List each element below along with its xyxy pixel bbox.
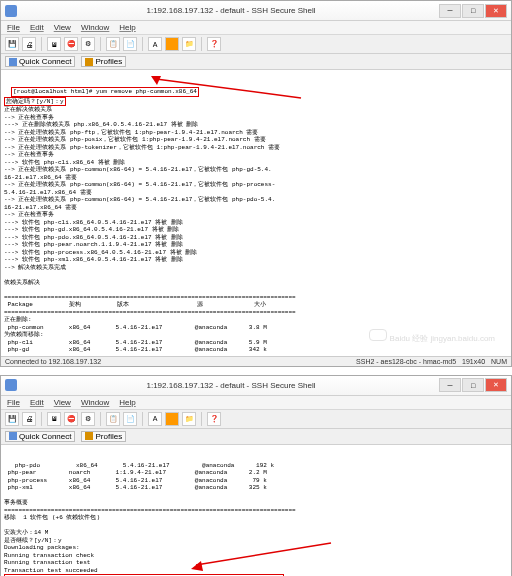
disconnect-icon[interactable]: ⛔	[64, 412, 78, 426]
titlebar[interactable]: 1:192.168.197.132 - default - SSH Secure…	[1, 1, 511, 21]
red-arrow	[191, 541, 341, 571]
menu-view[interactable]: View	[54, 23, 71, 32]
svg-marker-3	[191, 561, 203, 571]
menubar: File Edit View Window Help	[1, 21, 511, 35]
folder-icon[interactable]: 📁	[182, 412, 196, 426]
quick-row: Quick Connect Profiles	[1, 429, 511, 445]
profiles-button[interactable]: Profiles	[81, 56, 126, 67]
print-icon[interactable]: 🖨	[22, 412, 36, 426]
ssh-window-1: 1:192.168.197.132 - default - SSH Secure…	[0, 0, 512, 367]
folder-icon[interactable]: 📁	[182, 37, 196, 51]
help-icon[interactable]: ❓	[207, 37, 221, 51]
connect-icon	[9, 58, 17, 66]
app-icon	[5, 5, 17, 17]
svg-line-2	[196, 543, 331, 565]
font-a-icon[interactable]: A	[148, 412, 162, 426]
quick-connect-button[interactable]: Quick Connect	[5, 431, 75, 442]
menu-edit[interactable]: Edit	[30, 398, 44, 407]
svg-marker-1	[151, 76, 161, 85]
computer-icon[interactable]: 🖥	[47, 37, 61, 51]
minimize-button[interactable]: ─	[439, 378, 461, 392]
menu-view[interactable]: View	[54, 398, 71, 407]
quick-connect-button[interactable]: Quick Connect	[5, 56, 75, 67]
ssh-window-2: 1:192.168.197.132 - default - SSH Secure…	[0, 375, 512, 577]
terminal-2[interactable]: php-pdo x86_64 5.4.16-21.el7 @anaconda 1…	[1, 445, 511, 577]
status-size: 191x40	[462, 358, 485, 365]
settings-icon[interactable]: ⚙	[81, 37, 95, 51]
status-cipher: SSH2 - aes128-cbc - hmac-md5	[356, 358, 456, 365]
profiles-button[interactable]: Profiles	[81, 431, 126, 442]
copy-icon[interactable]: 📋	[106, 37, 120, 51]
color-icon[interactable]	[165, 412, 179, 426]
computer-icon[interactable]: 🖥	[47, 412, 61, 426]
menu-window[interactable]: Window	[81, 398, 109, 407]
paste-icon[interactable]: 📄	[123, 37, 137, 51]
terminal-1[interactable]: [root@localhost html]# yum remove php-co…	[1, 70, 511, 356]
menubar: File Edit View Window Help	[1, 396, 511, 410]
quick-row: Quick Connect Profiles	[1, 54, 511, 70]
toolbar: 💾 🖨 🖥 ⛔ ⚙ 📋 📄 A 📁 ❓	[1, 410, 511, 429]
toolbar: 💾 🖨 🖥 ⛔ ⚙ 📋 📄 A 📁 ❓	[1, 35, 511, 54]
statusbar: Connected to 192.168.197.132 SSH2 - aes1…	[1, 356, 511, 366]
menu-help[interactable]: Help	[119, 398, 135, 407]
profiles-icon	[85, 58, 93, 66]
help-icon[interactable]: ❓	[207, 412, 221, 426]
paste-icon[interactable]: 📄	[123, 412, 137, 426]
app-icon	[5, 379, 17, 391]
disconnect-icon[interactable]: ⛔	[64, 37, 78, 51]
settings-icon[interactable]: ⚙	[81, 412, 95, 426]
menu-window[interactable]: Window	[81, 23, 109, 32]
menu-file[interactable]: File	[7, 23, 20, 32]
menu-edit[interactable]: Edit	[30, 23, 44, 32]
status-conn: Connected to 192.168.197.132	[5, 358, 101, 365]
maximize-button[interactable]: □	[462, 4, 484, 18]
color-icon[interactable]	[165, 37, 179, 51]
copy-icon[interactable]: 📋	[106, 412, 120, 426]
status-num: NUM	[491, 358, 507, 365]
titlebar[interactable]: 1:192.168.197.132 - default - SSH Secure…	[1, 376, 511, 396]
font-a-icon[interactable]: A	[148, 37, 162, 51]
maximize-button[interactable]: □	[462, 378, 484, 392]
close-button[interactable]: ✕	[485, 378, 507, 392]
save-icon[interactable]: 💾	[5, 37, 19, 51]
save-icon[interactable]: 💾	[5, 412, 19, 426]
menu-help[interactable]: Help	[119, 23, 135, 32]
window-title: 1:192.168.197.132 - default - SSH Secure…	[23, 6, 439, 15]
connect-icon	[9, 432, 17, 440]
minimize-button[interactable]: ─	[439, 4, 461, 18]
window-title: 1:192.168.197.132 - default - SSH Secure…	[23, 381, 439, 390]
close-button[interactable]: ✕	[485, 4, 507, 18]
print-icon[interactable]: 🖨	[22, 37, 36, 51]
profiles-icon	[85, 432, 93, 440]
menu-file[interactable]: File	[7, 398, 20, 407]
